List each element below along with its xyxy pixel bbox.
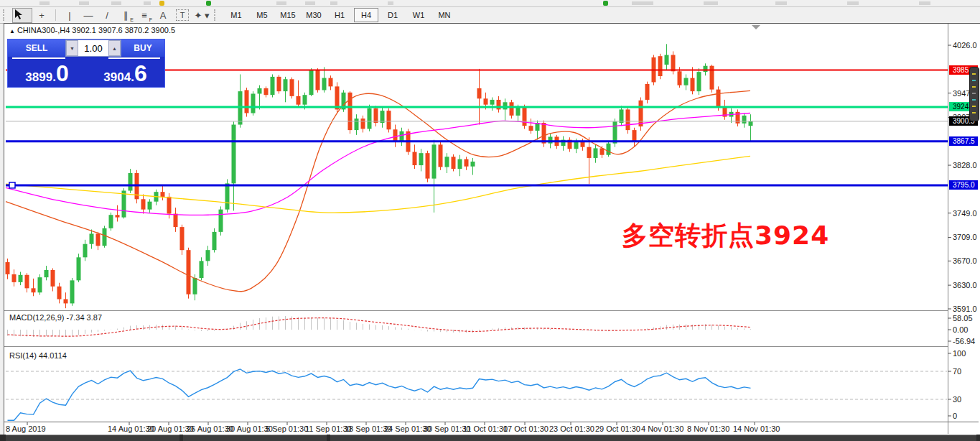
scroll-thumb-tick <box>972 80 976 81</box>
scroll-thumb-tick <box>972 112 976 113</box>
collapse-triangle-icon[interactable]: ▲ <box>9 28 15 34</box>
volume-input[interactable] <box>78 40 108 56</box>
symbol-header: ▲CHINA300-,H4 3902.1 3907.6 3870.2 3900.… <box>9 26 175 34</box>
buy-price[interactable]: 3904.6 <box>86 57 164 85</box>
ma-mid-magenta <box>6 113 750 215</box>
scroll-thumb-tick <box>972 86 976 88</box>
sell-button[interactable]: SELL <box>8 40 65 57</box>
scroll-thumb-tick <box>972 73 976 75</box>
buy-underline <box>108 57 160 59</box>
sell-underline <box>12 57 65 59</box>
rsi-label: RSI(14) 44.0114 <box>9 351 67 360</box>
price-scale-tick: 3670.0 <box>953 256 977 265</box>
price-line-label: 3867.5 <box>949 136 978 146</box>
rsi-scale-label: 100 <box>953 349 966 358</box>
price-scale-tick: 3630.0 <box>953 281 977 289</box>
price-scale-tick: 4026.0 <box>953 41 977 50</box>
price-line-label: 3795.0 <box>949 180 978 190</box>
buy-button[interactable]: BUY <box>121 40 164 57</box>
rsi-scale-label: 30 <box>953 395 961 404</box>
sell-price[interactable]: 3899.0 <box>8 57 86 85</box>
scroll-thumb-tick <box>972 106 976 107</box>
price-scale-tick: 3709.0 <box>953 233 977 241</box>
chart-annotation-text: 多空转折点3924 <box>622 218 829 254</box>
volume-increase-button[interactable]: ▲ <box>108 40 121 56</box>
hline-selection-handle <box>9 182 15 188</box>
price-scale-tick: 3828.0 <box>953 161 977 170</box>
macd-scale-label: 58.05 <box>953 314 973 322</box>
one-click-trade-panel: SELL ▼ ▲ BUY 3899.0 3904.6 <box>7 39 165 88</box>
rsi-scale-label: 70 <box>953 367 961 376</box>
scroll-thumb-tick <box>972 99 976 101</box>
macd-signal-line <box>8 318 751 336</box>
macd-scale-label: 0.00 <box>953 325 968 334</box>
volume-decrease-button[interactable]: ▼ <box>66 40 78 56</box>
rsi-scale-label: 0 <box>953 412 957 420</box>
scrollbar-thumb[interactable] <box>969 67 979 121</box>
volume-stepper: ▼ ▲ <box>65 40 121 57</box>
price-scale-tick: 3591.0 <box>953 305 977 313</box>
price-scale-tick: 3749.0 <box>953 209 977 218</box>
macd-label: MACD(12,26,9) -7.34 3.87 <box>9 313 102 322</box>
scroll-thumb-tick <box>972 93 976 94</box>
macd-scale-label: -56.94 <box>953 337 975 345</box>
rsi-line <box>8 369 751 420</box>
